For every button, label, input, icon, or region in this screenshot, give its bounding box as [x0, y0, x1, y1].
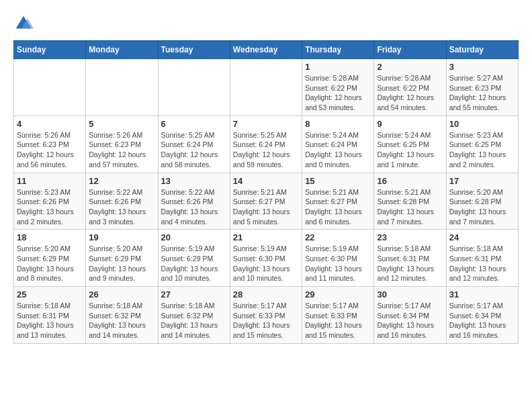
calendar-cell: 31Sunrise: 5:17 AM Sunset: 6:34 PM Dayli… — [446, 287, 518, 344]
day-info: Sunrise: 5:17 AM Sunset: 6:34 PM Dayligh… — [377, 301, 443, 340]
calendar-cell: 25Sunrise: 5:18 AM Sunset: 6:31 PM Dayli… — [14, 287, 86, 344]
day-number: 19 — [89, 232, 154, 242]
logo-icon — [13, 13, 34, 34]
day-info: Sunrise: 5:20 AM Sunset: 6:29 PM Dayligh… — [17, 244, 83, 283]
calendar-cell: 16Sunrise: 5:21 AM Sunset: 6:28 PM Dayli… — [374, 173, 446, 230]
day-number: 14 — [233, 176, 299, 186]
calendar-cell: 21Sunrise: 5:19 AM Sunset: 6:30 PM Dayli… — [230, 230, 302, 287]
day-info: Sunrise: 5:18 AM Sunset: 6:31 PM Dayligh… — [449, 244, 515, 283]
calendar-cell: 12Sunrise: 5:22 AM Sunset: 6:26 PM Dayli… — [86, 173, 158, 230]
calendar-cell: 19Sunrise: 5:20 AM Sunset: 6:29 PM Dayli… — [86, 230, 158, 287]
day-number: 15 — [305, 176, 371, 186]
day-number: 2 — [377, 62, 443, 72]
calendar-cell — [158, 59, 230, 116]
calendar-cell: 26Sunrise: 5:18 AM Sunset: 6:32 PM Dayli… — [86, 287, 158, 344]
day-number: 27 — [161, 289, 227, 300]
weekday-header-saturday: Saturday — [446, 41, 518, 59]
calendar-cell — [14, 59, 86, 116]
calendar-cell: 13Sunrise: 5:22 AM Sunset: 6:26 PM Dayli… — [158, 173, 230, 230]
calendar-cell: 18Sunrise: 5:20 AM Sunset: 6:29 PM Dayli… — [14, 230, 86, 287]
day-info: Sunrise: 5:20 AM Sunset: 6:29 PM Dayligh… — [89, 244, 154, 283]
day-info: Sunrise: 5:26 AM Sunset: 6:23 PM Dayligh… — [17, 130, 83, 170]
day-number: 8 — [305, 119, 371, 129]
day-number: 4 — [17, 119, 83, 129]
calendar-table: SundayMondayTuesdayWednesdayThursdayFrid… — [13, 40, 519, 344]
calendar-cell: 4Sunrise: 5:26 AM Sunset: 6:23 PM Daylig… — [14, 116, 86, 173]
calendar-cell: 17Sunrise: 5:20 AM Sunset: 6:28 PM Dayli… — [446, 173, 518, 230]
calendar-cell: 22Sunrise: 5:19 AM Sunset: 6:30 PM Dayli… — [302, 230, 374, 287]
day-number: 1 — [305, 62, 371, 72]
day-number: 17 — [449, 176, 515, 186]
day-number: 22 — [305, 232, 371, 242]
day-info: Sunrise: 5:23 AM Sunset: 6:25 PM Dayligh… — [449, 130, 515, 170]
day-number: 12 — [89, 176, 154, 186]
day-info: Sunrise: 5:22 AM Sunset: 6:26 PM Dayligh… — [89, 187, 154, 227]
weekday-header-thursday: Thursday — [302, 41, 374, 59]
calendar-cell: 27Sunrise: 5:18 AM Sunset: 6:32 PM Dayli… — [158, 287, 230, 344]
day-number: 26 — [89, 289, 154, 300]
day-number: 21 — [233, 232, 299, 242]
weekday-header-tuesday: Tuesday — [158, 41, 230, 59]
day-number: 7 — [233, 119, 299, 129]
day-number: 29 — [305, 289, 371, 300]
day-number: 16 — [377, 176, 443, 186]
weekday-header-sunday: Sunday — [14, 41, 86, 59]
calendar-cell: 5Sunrise: 5:26 AM Sunset: 6:23 PM Daylig… — [86, 116, 158, 173]
day-number: 18 — [17, 232, 83, 242]
calendar-cell: 3Sunrise: 5:27 AM Sunset: 6:23 PM Daylig… — [446, 59, 518, 116]
day-info: Sunrise: 5:19 AM Sunset: 6:30 PM Dayligh… — [233, 244, 299, 283]
day-info: Sunrise: 5:23 AM Sunset: 6:26 PM Dayligh… — [17, 187, 83, 227]
day-info: Sunrise: 5:18 AM Sunset: 6:31 PM Dayligh… — [17, 301, 83, 340]
page-header — [13, 13, 519, 34]
calendar-cell: 1Sunrise: 5:28 AM Sunset: 6:22 PM Daylig… — [302, 59, 374, 116]
day-number: 10 — [449, 119, 515, 129]
day-info: Sunrise: 5:21 AM Sunset: 6:28 PM Dayligh… — [377, 187, 443, 227]
day-info: Sunrise: 5:27 AM Sunset: 6:23 PM Dayligh… — [449, 73, 515, 113]
day-number: 11 — [17, 176, 83, 186]
calendar-cell: 7Sunrise: 5:25 AM Sunset: 6:24 PM Daylig… — [230, 116, 302, 173]
day-info: Sunrise: 5:18 AM Sunset: 6:32 PM Dayligh… — [89, 301, 154, 340]
day-number: 31 — [449, 289, 515, 300]
day-info: Sunrise: 5:25 AM Sunset: 6:24 PM Dayligh… — [161, 130, 227, 170]
day-number: 28 — [233, 289, 299, 300]
calendar-cell: 8Sunrise: 5:24 AM Sunset: 6:24 PM Daylig… — [302, 116, 374, 173]
day-info: Sunrise: 5:17 AM Sunset: 6:33 PM Dayligh… — [305, 301, 371, 340]
day-info: Sunrise: 5:22 AM Sunset: 6:26 PM Dayligh… — [161, 187, 227, 227]
calendar-cell: 15Sunrise: 5:21 AM Sunset: 6:27 PM Dayli… — [302, 173, 374, 230]
day-info: Sunrise: 5:17 AM Sunset: 6:33 PM Dayligh… — [233, 301, 299, 340]
calendar-cell: 2Sunrise: 5:28 AM Sunset: 6:22 PM Daylig… — [374, 59, 446, 116]
calendar-cell: 30Sunrise: 5:17 AM Sunset: 6:34 PM Dayli… — [374, 287, 446, 344]
day-info: Sunrise: 5:19 AM Sunset: 6:30 PM Dayligh… — [305, 244, 371, 283]
day-info: Sunrise: 5:28 AM Sunset: 6:22 PM Dayligh… — [377, 73, 443, 113]
calendar-cell — [86, 59, 158, 116]
day-number: 23 — [377, 232, 443, 242]
day-number: 25 — [17, 289, 83, 300]
day-info: Sunrise: 5:21 AM Sunset: 6:27 PM Dayligh… — [233, 187, 299, 227]
weekday-header-friday: Friday — [374, 41, 446, 59]
weekday-header-wednesday: Wednesday — [230, 41, 302, 59]
calendar-cell: 9Sunrise: 5:24 AM Sunset: 6:25 PM Daylig… — [374, 116, 446, 173]
day-info: Sunrise: 5:28 AM Sunset: 6:22 PM Dayligh… — [305, 73, 371, 113]
calendar-cell: 20Sunrise: 5:19 AM Sunset: 6:29 PM Dayli… — [158, 230, 230, 287]
calendar-cell: 28Sunrise: 5:17 AM Sunset: 6:33 PM Dayli… — [230, 287, 302, 344]
day-info: Sunrise: 5:21 AM Sunset: 6:27 PM Dayligh… — [305, 187, 371, 227]
day-info: Sunrise: 5:18 AM Sunset: 6:31 PM Dayligh… — [377, 244, 443, 283]
day-info: Sunrise: 5:18 AM Sunset: 6:32 PM Dayligh… — [161, 301, 227, 340]
day-number: 6 — [161, 119, 227, 129]
day-number: 5 — [89, 119, 154, 129]
calendar-cell: 24Sunrise: 5:18 AM Sunset: 6:31 PM Dayli… — [446, 230, 518, 287]
day-info: Sunrise: 5:24 AM Sunset: 6:24 PM Dayligh… — [305, 130, 371, 170]
day-number: 24 — [449, 232, 515, 242]
day-info: Sunrise: 5:26 AM Sunset: 6:23 PM Dayligh… — [89, 130, 154, 170]
weekday-header-monday: Monday — [86, 41, 158, 59]
calendar-cell: 10Sunrise: 5:23 AM Sunset: 6:25 PM Dayli… — [446, 116, 518, 173]
day-number: 30 — [377, 289, 443, 300]
calendar-cell: 23Sunrise: 5:18 AM Sunset: 6:31 PM Dayli… — [374, 230, 446, 287]
calendar-cell: 6Sunrise: 5:25 AM Sunset: 6:24 PM Daylig… — [158, 116, 230, 173]
day-info: Sunrise: 5:24 AM Sunset: 6:25 PM Dayligh… — [377, 130, 443, 170]
calendar-cell — [230, 59, 302, 116]
day-number: 9 — [377, 119, 443, 129]
day-number: 13 — [161, 176, 227, 186]
day-number: 20 — [161, 232, 227, 242]
calendar-cell: 29Sunrise: 5:17 AM Sunset: 6:33 PM Dayli… — [302, 287, 374, 344]
